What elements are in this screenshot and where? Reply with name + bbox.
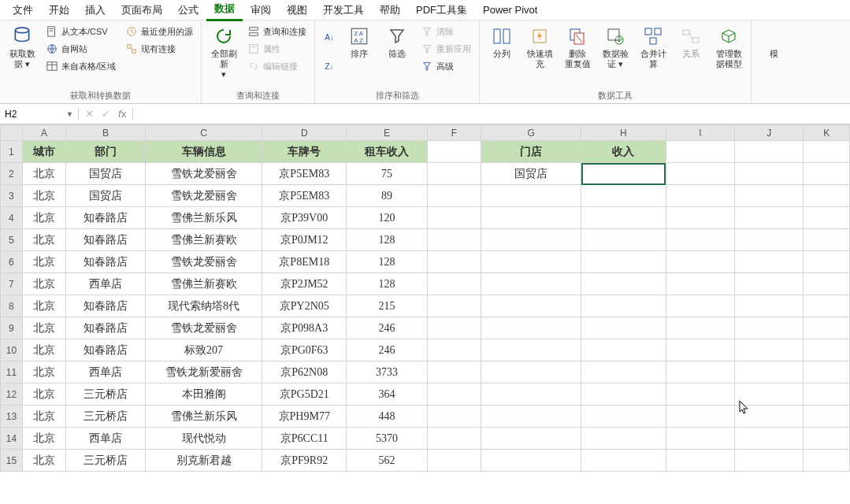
cell[interactable]: 国贸店 — [481, 163, 581, 185]
cell[interactable] — [735, 361, 804, 384]
sort-button[interactable]: Z AA Z 排序 — [342, 24, 377, 61]
cell[interactable] — [735, 163, 804, 185]
data-model-button[interactable]: 管理数 据模型 — [711, 24, 746, 71]
cell[interactable]: 北京 — [22, 163, 65, 185]
cell[interactable] — [427, 317, 481, 339]
cell[interactable]: 北京 — [22, 207, 65, 229]
row-header[interactable]: 1 — [1, 141, 23, 163]
cell[interactable]: 城市 — [22, 141, 65, 163]
cell[interactable]: 北京 — [22, 384, 65, 406]
cell[interactable] — [666, 251, 734, 273]
cell[interactable] — [735, 273, 804, 295]
cell[interactable]: 京P5EM83 — [262, 163, 347, 185]
col-header-J[interactable]: J — [735, 125, 804, 141]
cell[interactable] — [481, 185, 581, 207]
col-header-K[interactable]: K — [804, 125, 850, 141]
cell[interactable]: 京PY2N05 — [262, 295, 347, 317]
sort-asc-button[interactable]: A↓ — [320, 30, 339, 46]
cell[interactable] — [804, 406, 850, 428]
cell[interactable] — [581, 428, 666, 450]
tab-insert[interactable]: 插入 — [77, 0, 113, 20]
cell[interactable] — [481, 384, 581, 406]
tab-powerpivot[interactable]: Power Pivot — [475, 1, 545, 19]
cell[interactable]: 北京 — [22, 450, 65, 472]
cell[interactable] — [581, 450, 666, 472]
cell[interactable] — [666, 384, 734, 406]
cell[interactable] — [735, 450, 804, 472]
clear-button[interactable]: 清除 — [418, 24, 474, 39]
refresh-all-button[interactable]: 全部刷新 ▾ — [206, 24, 241, 81]
cell[interactable]: 雪佛兰新乐风 — [145, 207, 262, 229]
cell[interactable] — [581, 317, 666, 339]
from-table-button[interactable]: 来自表格/区域 — [43, 58, 119, 74]
cell[interactable]: 215 — [347, 295, 428, 317]
col-header-D[interactable]: D — [262, 125, 347, 141]
cell[interactable]: 西单店 — [66, 428, 146, 450]
cell[interactable] — [481, 406, 581, 428]
cancel-icon[interactable]: ✕ — [85, 108, 94, 120]
cell[interactable] — [804, 361, 850, 384]
cell[interactable] — [581, 229, 666, 251]
cell[interactable] — [666, 450, 734, 472]
advanced-button[interactable]: 高级 — [418, 58, 474, 74]
cell[interactable] — [481, 317, 581, 339]
cell[interactable] — [427, 229, 481, 251]
name-box-input[interactable] — [5, 109, 60, 120]
cell[interactable] — [427, 207, 481, 229]
from-text-csv-button[interactable]: 从文本/CSV — [43, 24, 119, 39]
cell[interactable]: 三元桥店 — [66, 384, 146, 406]
cell[interactable] — [427, 141, 481, 163]
cell[interactable]: 部门 — [66, 141, 146, 163]
cell[interactable]: 128 — [347, 229, 428, 251]
row-header[interactable]: 3 — [1, 185, 23, 207]
tab-data[interactable]: 数据 — [206, 0, 243, 21]
cell[interactable] — [666, 406, 734, 428]
cell[interactable] — [427, 273, 481, 295]
tab-home[interactable]: 开始 — [41, 0, 77, 20]
cell[interactable] — [427, 450, 481, 472]
cell[interactable] — [666, 428, 734, 450]
cell[interactable] — [581, 361, 666, 384]
reapply-button[interactable]: 重新应用 — [418, 41, 474, 57]
tab-pdf[interactable]: PDF工具集 — [408, 0, 475, 20]
cell[interactable]: 北京 — [22, 295, 65, 317]
cell[interactable] — [581, 384, 666, 406]
cell[interactable]: 75 — [347, 163, 428, 185]
from-web-button[interactable]: 自网站 — [43, 41, 119, 57]
row-header[interactable]: 15 — [1, 450, 23, 472]
cell[interactable]: 知春路店 — [66, 207, 146, 229]
filter-button[interactable]: 筛选 — [380, 24, 414, 61]
cell[interactable] — [804, 295, 850, 317]
cell[interactable] — [804, 384, 850, 406]
cell[interactable] — [481, 339, 581, 361]
cell[interactable]: 知春路店 — [66, 229, 146, 251]
cell[interactable]: 京P6CC11 — [262, 428, 347, 450]
cell[interactable]: 北京 — [22, 229, 65, 251]
cell[interactable]: 西单店 — [66, 273, 146, 295]
cell[interactable]: 知春路店 — [66, 295, 146, 317]
cell[interactable]: 562 — [347, 450, 428, 472]
text-to-columns-button[interactable]: 分列 — [484, 24, 519, 61]
cell[interactable]: 128 — [347, 251, 428, 273]
cell[interactable] — [427, 295, 481, 317]
queries-connections-button[interactable]: 查询和连接 — [244, 24, 310, 39]
col-header-G[interactable]: G — [481, 125, 581, 141]
cell[interactable]: 京P39V00 — [262, 207, 347, 229]
row-header[interactable]: 6 — [1, 251, 23, 273]
cell[interactable] — [581, 295, 666, 317]
cell[interactable]: 现代索纳塔8代 — [145, 295, 262, 317]
cell[interactable]: 雪铁龙新爱丽舍 — [145, 361, 262, 384]
cell[interactable]: 京P8EM18 — [262, 251, 347, 273]
cell[interactable]: 雪铁龙爱丽舍 — [145, 317, 262, 339]
cell[interactable] — [666, 317, 734, 339]
cell[interactable] — [804, 185, 850, 207]
cell[interactable] — [481, 207, 581, 229]
cell[interactable] — [666, 229, 734, 251]
select-all-corner[interactable] — [1, 125, 23, 141]
row-header[interactable]: 12 — [1, 384, 23, 406]
cell[interactable]: 三元桥店 — [66, 406, 146, 428]
cell[interactable]: 京PH9M77 — [262, 406, 347, 428]
cell[interactable]: 雪佛兰新乐风 — [145, 406, 262, 428]
consolidate-button[interactable]: 合并计算 — [636, 24, 670, 71]
relationships-button[interactable]: 关系 — [674, 24, 708, 61]
